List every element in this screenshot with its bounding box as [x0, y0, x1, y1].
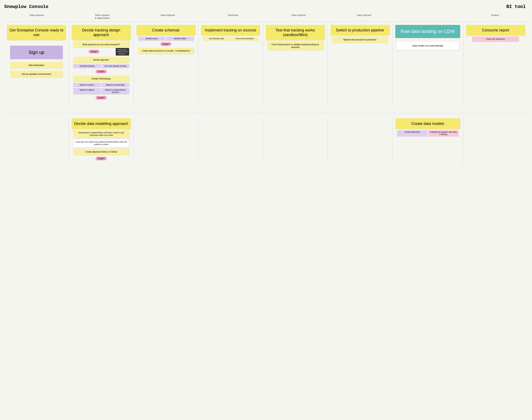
note-switch-production: Switch to production pipeline: [331, 25, 389, 36]
questions-container: What questions do you need answered? Gui…: [73, 42, 129, 56]
role-data-engineer-stakeholders: Data engineer& stakeholders: [70, 14, 135, 20]
note-create-data-models: Create data models: [395, 119, 460, 129]
guide-row-bottom: Guide?: [96, 156, 106, 161]
col3-bottom: [134, 118, 198, 163]
data-models-sub-row: Enable datamodel Probably this happens a…: [397, 130, 458, 136]
role-data-engineer-1: Data engineer: [4, 14, 70, 20]
role-data-engineer-4: Data engineer: [331, 14, 397, 20]
note-starting-point: Starting point: template library with ba…: [73, 130, 129, 138]
guide-row-3: Guide?: [96, 95, 106, 100]
col-create-schemas: Create schemas Identify events Identify …: [134, 24, 198, 103]
col-raw-data-cdw: Raw data landing on CDW Data model runs …: [392, 24, 463, 103]
guide-btn-4[interactable]: Guide?: [160, 42, 171, 46]
note-what-questions: What questions do you need answered?: [73, 42, 129, 47]
note-check-elasticsearch: Check Elasticsearch to validate tracking…: [267, 42, 323, 50]
note-identify-events: Identify events: [138, 37, 165, 41]
note-based-objects: Based on objects: [73, 88, 101, 94]
guide-btn-bottom[interactable]: Guide?: [96, 157, 106, 160]
role-data-engineer-3: Data engineer: [266, 14, 331, 20]
note-learn-advance: Learn they can create more advance trans…: [73, 139, 129, 147]
col-get-snowplow: Get Snowplow Console ready to use Sign u…: [4, 24, 69, 103]
note-add-destination: Add destination: [10, 62, 63, 68]
col-test-tracking: Test that tracking works (sandbox/Mini) …: [263, 24, 328, 103]
note-migrate-data: Migrate data structure to production: [332, 37, 388, 43]
methodology-sub-row-2: Based on objects Based on organisational…: [73, 88, 129, 94]
guide-btn-3[interactable]: Guide?: [96, 96, 106, 100]
guide-row-4: Guide?: [160, 42, 171, 46]
role-empty: [397, 14, 462, 20]
col-decide-tracking: Decide tracking design approach What que…: [69, 24, 134, 103]
note-decide-methodology: Decide methodology: [73, 76, 129, 82]
col6-bottom: [328, 118, 392, 163]
note-plugin-warehouse: Plug in the warehouse: [472, 37, 519, 42]
note-enable-datamodel: Enable datamodel: [397, 130, 427, 136]
note-standard-tracking: Standard tracking: [73, 64, 101, 68]
note-create-data-structures: Create data structures on console - In d…: [138, 48, 194, 54]
note-setup-sandbox: Set up sandbox environment: [10, 71, 63, 77]
bottom-row: Decide data modelling approach Starting …: [4, 116, 528, 163]
role-developer: Developer: [201, 14, 266, 20]
note-based-actions: Based on actions: [73, 83, 101, 87]
note-based-org-structure: Based on organisational structure: [102, 88, 129, 94]
guide-btn-2[interactable]: Guide?: [96, 70, 106, 73]
col-implement-tracking: Implement tracking on sources Get tracki…: [198, 24, 263, 103]
col1-bottom: [4, 118, 69, 163]
note-sign-up: Sign up: [10, 46, 63, 59]
bi-tool-title: BI tool: [506, 4, 526, 9]
col5-bottom: [263, 118, 328, 163]
methodology-sub-row-1: Based on actions Based on functionality: [73, 83, 129, 87]
col-bi-analyst: Consume report Plug in the warehouse: [463, 24, 528, 103]
col2-bottom: Decide data modelling approach Starting …: [69, 118, 134, 163]
note-probably-happens: Probably this happens after data is flow…: [428, 130, 458, 136]
note-usecase-tracking: Use case specific tracking: [102, 64, 129, 68]
note-decide-tracking: Decide tracking design approach: [72, 25, 131, 40]
col7-bottom: Create data models Enable datamodel Prob…: [392, 118, 463, 163]
tracking-sub-row: Get tracking code Link to documentation: [203, 37, 258, 41]
note-get-snowplow: Get Snowplow Console ready to use: [7, 25, 66, 40]
guide-row-2: Guide?: [96, 69, 106, 74]
roles-row: Data engineer Data engineer& stakeholder…: [4, 14, 528, 21]
note-link-documentation: Link to documentation: [231, 37, 258, 41]
role-data-engineer-2: Data engineer: [135, 14, 201, 20]
note-decide-approach: Decide approach: [73, 57, 129, 63]
note-raw-data-cdw: Raw data landing on CDW: [395, 25, 460, 38]
role-analyst: Analyst: [462, 14, 528, 20]
note-based-functionality: Based on functionality: [102, 83, 129, 87]
guide-row-1: Guide? What do you need to be the produc…: [73, 48, 129, 56]
approach-sub-row: Standard tracking Use case specific trac…: [73, 64, 129, 68]
col8-bottom: [463, 118, 528, 163]
note-consume-report: Consume report: [466, 25, 525, 36]
guide-btn-1[interactable]: Guide?: [89, 50, 99, 53]
schema-sub-row: Identify events Identify entities: [138, 37, 194, 41]
note-create-playbook: Create playbook folders on Github: [73, 149, 129, 155]
tooltip-dark: What do you need to be the producer?: [116, 48, 129, 56]
note-get-tracking-code: Get tracking code: [203, 37, 230, 41]
app-title: Snowplow Console: [4, 4, 48, 9]
col-switch-production: Switch to production pipeline Migrate da…: [328, 24, 392, 103]
note-decide-data-modelling: Decide data modelling approach: [72, 119, 131, 129]
col4-bottom: [198, 118, 263, 163]
note-identify-entities: Identify entities: [166, 37, 194, 41]
note-implement-tracking: Implement tracking on sources: [201, 25, 260, 36]
note-data-model-auto: Data model runs automatically: [396, 41, 459, 50]
note-create-schemas: Create schemas: [137, 25, 195, 36]
note-test-tracking: Test that tracking works (sandbox/Mini): [266, 25, 325, 40]
